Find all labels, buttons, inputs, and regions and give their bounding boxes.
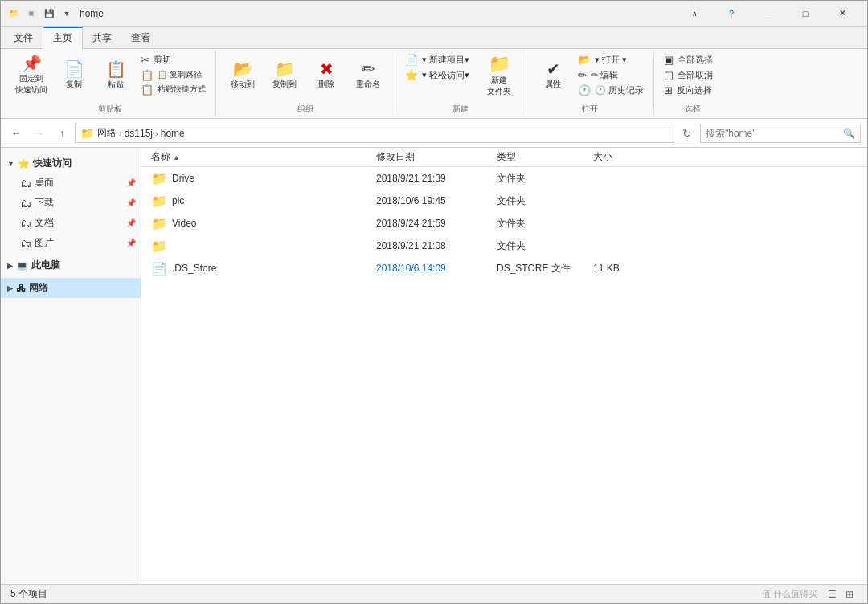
file-area: 名称 ▲ 修改日期 类型 大小 📁 Drive 2018/9/21 21:39 xyxy=(141,148,867,584)
col-header-type[interactable]: 类型 xyxy=(493,148,590,167)
downloads-label: 下载 xyxy=(35,196,54,210)
copy-button[interactable]: 📄 复制 xyxy=(54,52,94,99)
easy-access-label: ▾ 轻松访问▾ xyxy=(422,69,469,81)
table-row[interactable]: 📄 .DS_Store 2018/10/6 14:09 DS_STORE 文件 … xyxy=(148,257,861,280)
file-type-pic: 文件夹 xyxy=(497,194,593,208)
quick-access-header[interactable]: ▼ ⭐ 快速访问 xyxy=(1,154,141,173)
breadcrumb-bar[interactable]: 📁 网络 › ds115j › home xyxy=(75,124,674,143)
copy-path-button[interactable]: 📋 📋 复制路径 xyxy=(137,67,209,82)
search-icon: 🔍 xyxy=(843,128,855,139)
breadcrumb-network[interactable]: 网络 xyxy=(97,126,117,140)
col-header-date[interactable]: 修改日期 xyxy=(373,148,493,167)
easy-access-button[interactable]: ⭐ ▾ 轻松访问▾ xyxy=(402,67,474,83)
col-header-name[interactable]: 名称 ▲ xyxy=(148,148,373,167)
network-chevron: ▶ xyxy=(7,284,13,292)
cut-button[interactable]: ✂ 剪切 xyxy=(137,52,209,67)
edit-button[interactable]: ✏ ✏ 编辑 xyxy=(575,67,647,83)
this-pc-label: 此电脑 xyxy=(31,259,60,272)
this-pc-icon: 💻 xyxy=(16,260,28,271)
history-button[interactable]: 🕐 🕐 历史记录 xyxy=(575,83,647,98)
delete-icon: ✖ xyxy=(320,61,334,77)
view-detail-button[interactable]: ⊞ xyxy=(841,586,858,602)
main-area: ▼ ⭐ 快速访问 🗂 桌面 📌 🗂 下载 📌 🗂 文档 📌 🗂 图 xyxy=(1,148,867,584)
new-folder-icon: 📁 xyxy=(489,55,510,73)
tab-share[interactable]: 共享 xyxy=(83,27,121,48)
help-button[interactable]: ? xyxy=(713,1,750,27)
invert-select-button[interactable]: ⊞ 反向选择 xyxy=(661,83,725,98)
back-button[interactable]: ← xyxy=(7,124,27,143)
select-all-button[interactable]: ▣ 全部选择 xyxy=(661,52,725,67)
select-none-button[interactable]: ▢ 全部取消 xyxy=(661,67,725,83)
easy-access-icon: ⭐ xyxy=(405,70,418,80)
forward-button[interactable]: → xyxy=(30,124,49,143)
network-header[interactable]: ▶ 🖧 网络 xyxy=(1,278,141,298)
sidebar-item-documents[interactable]: 🗂 文档 📌 xyxy=(1,213,141,233)
close-button[interactable]: ✕ xyxy=(824,1,861,27)
sidebar-item-pictures[interactable]: 🗂 图片 📌 xyxy=(1,233,141,253)
ribbon-collapse-button[interactable]: ∧ xyxy=(676,1,713,27)
properties-label: 属性 xyxy=(545,79,561,90)
up-button[interactable]: ↑ xyxy=(52,124,72,143)
history-label: 🕐 历史记录 xyxy=(595,84,644,96)
sidebar-item-downloads[interactable]: 🗂 下载 📌 xyxy=(1,193,141,213)
search-input[interactable] xyxy=(706,128,843,139)
new-folder-label: 新建 文件夹 xyxy=(487,75,511,97)
delete-button[interactable]: ✖ 删除 xyxy=(306,52,346,99)
minimize-button[interactable]: ─ xyxy=(750,1,787,27)
breadcrumb-folder-icon: 📁 xyxy=(80,127,94,140)
tab-view[interactable]: 查看 xyxy=(121,27,160,48)
refresh-button[interactable]: ↻ xyxy=(678,124,697,143)
table-row[interactable]: 📁 Drive 2018/9/21 21:39 文件夹 xyxy=(148,167,861,190)
col-header-size[interactable]: 大小 xyxy=(590,148,654,167)
move-to-button[interactable]: 📂 移动到 xyxy=(223,52,263,99)
copy-to-icon: 📁 xyxy=(275,61,295,77)
table-row[interactable]: 📁 pic 2018/10/6 19:45 文件夹 xyxy=(148,190,861,212)
history-icon: 🕐 xyxy=(578,85,591,96)
desktop-pin-icon: 📌 xyxy=(126,178,136,187)
sidebar-item-desktop[interactable]: 🗂 桌面 📌 xyxy=(1,173,141,193)
this-pc-chevron: ▶ xyxy=(7,262,13,270)
edit-label: ✏ 编辑 xyxy=(591,69,618,81)
table-row[interactable]: 📁 Video 2018/9/24 21:59 文件夹 xyxy=(148,212,861,235)
title-bar-icons: 📁 ▣ 💾 ▼ xyxy=(7,7,73,20)
search-bar[interactable]: 🔍 xyxy=(700,124,861,143)
ribbon-group-organize: 📂 移动到 📁 复制到 ✖ 删除 ✏ 重命名 组织 xyxy=(219,52,395,115)
title-dropdown-icon[interactable]: ▼ xyxy=(60,7,73,20)
new-folder-button[interactable]: 📁 新建 文件夹 xyxy=(479,52,519,100)
invert-select-label: 反向选择 xyxy=(677,84,712,96)
delete-label: 删除 xyxy=(318,79,334,90)
open-button[interactable]: 📂 ▾ 打开 ▾ xyxy=(575,52,647,67)
table-row[interactable]: 📁 2018/9/21 21:08 文件夹 xyxy=(148,235,861,257)
move-to-label: 移动到 xyxy=(231,79,255,90)
pin-button[interactable]: 📌 固定到 快速访问 xyxy=(10,52,52,99)
network-icon: 🖧 xyxy=(16,283,26,294)
tab-file[interactable]: 文件 xyxy=(4,27,43,48)
copy-icon: 📄 xyxy=(64,61,84,77)
ribbon-group-open: ✔ 属性 📂 ▾ 打开 ▾ ✏ ✏ 编辑 🕐 🕐 历史记录 xyxy=(530,52,654,115)
title-bar: 📁 ▣ 💾 ▼ home ∧ ? ─ □ ✕ xyxy=(1,1,867,27)
paste-shortcut-button[interactable]: 📋 粘贴快捷方式 xyxy=(137,82,209,96)
maximize-button[interactable]: □ xyxy=(787,1,824,27)
properties-button[interactable]: ✔ 属性 xyxy=(533,52,573,99)
view-list-button[interactable]: ☰ xyxy=(824,586,840,602)
window-title: home xyxy=(80,8,676,19)
breadcrumb-ds115j[interactable]: ds115j xyxy=(125,128,153,139)
paste-button[interactable]: 📋 粘贴 xyxy=(96,52,136,99)
file-list-header: 名称 ▲ 修改日期 类型 大小 xyxy=(141,148,867,167)
open-buttons: ✔ 属性 📂 ▾ 打开 ▾ ✏ ✏ 编辑 🕐 🕐 历史记录 xyxy=(533,52,647,100)
edit-icon: ✏ xyxy=(578,70,587,80)
clipboard-small-buttons: ✂ 剪切 📋 📋 复制路径 📋 粘贴快捷方式 xyxy=(137,52,209,96)
tab-home[interactable]: 主页 xyxy=(43,27,83,49)
quick-access-chevron: ▼ xyxy=(7,160,14,168)
breadcrumb-home[interactable]: home xyxy=(161,128,185,139)
rename-button[interactable]: ✏ 重命名 xyxy=(348,52,388,99)
paste-label: 粘贴 xyxy=(108,79,124,90)
this-pc-header[interactable]: ▶ 💻 此电脑 xyxy=(1,256,141,275)
breadcrumb-sep-1: › xyxy=(119,129,122,138)
status-bar: 5 个项目 值 什么值得买 ☰ ⊞ xyxy=(1,584,867,603)
file-type-video: 文件夹 xyxy=(497,217,593,231)
sort-arrow-name: ▲ xyxy=(173,153,180,161)
copy-to-button[interactable]: 📁 复制到 xyxy=(264,52,305,99)
new-item-button[interactable]: 📄 ▾ 新建项目▾ xyxy=(402,52,474,67)
breadcrumb-sep-2: › xyxy=(155,129,158,138)
